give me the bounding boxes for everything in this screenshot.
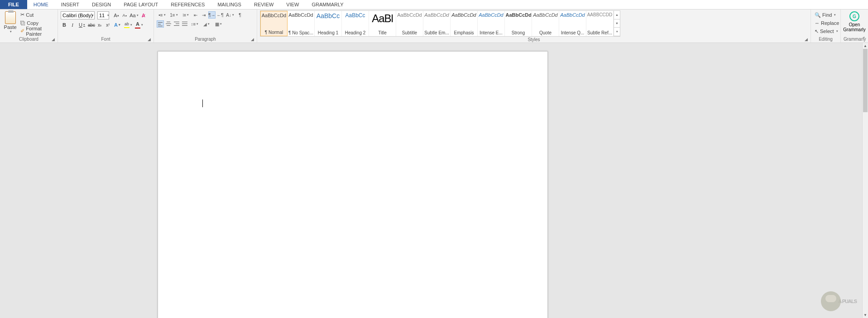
align-right-button[interactable] — [173, 20, 180, 28]
ltr-direction-button[interactable]: ¶→ — [208, 11, 216, 19]
format-painter-button[interactable]: ✐Format Painter — [19, 27, 55, 35]
style-label: ¶ No Spac... — [288, 30, 314, 35]
vertical-scrollbar[interactable]: ▲ ▼ — [862, 43, 868, 318]
scroll-down-button[interactable]: ▼ — [863, 312, 868, 318]
style-preview: AaBbCcDd — [261, 13, 287, 18]
grammarly-group-label: Grammarly — [844, 36, 865, 43]
style-intense-e---[interactable]: AaBbCcDdIntense E... — [478, 11, 505, 36]
document-page[interactable] — [158, 51, 548, 318]
borders-button[interactable]: ▦ — [213, 20, 224, 28]
style-subtle-em---[interactable]: AaBbCcDdSubtle Em... — [423, 11, 451, 36]
strikethrough-button[interactable]: abc — [88, 21, 95, 28]
style-preview: AaBbCcDd — [288, 12, 314, 18]
style-preview: AaBbCcDd — [479, 12, 504, 18]
scroll-up-button[interactable]: ▲ — [863, 43, 868, 49]
replace-button[interactable]: ↔Replace — [814, 19, 840, 27]
style-quote[interactable]: AaBbCcDdQuote — [532, 11, 559, 36]
group-paragraph: •≡ 1≡ ⁝≡ ⇤ ⇥ ¶→ ←¶ A↓ ¶ ↕≡ ◢ ▦ Paragraph… — [154, 9, 257, 43]
tab-review[interactable]: REVIEW — [248, 0, 280, 9]
decrease-indent-button[interactable]: ⇤ — [192, 11, 199, 19]
change-case-button[interactable]: Aa — [129, 12, 139, 19]
text-effects-button[interactable]: A — [112, 21, 122, 28]
select-button[interactable]: ↖Select — [814, 27, 839, 35]
style-title[interactable]: AaBlTitle — [369, 11, 396, 36]
tab-insert[interactable]: INSERT — [55, 0, 86, 9]
collapse-ribbon-button[interactable]: ˄ — [863, 36, 865, 41]
cut-button[interactable]: ✂Cut — [19, 11, 55, 19]
watermark-mascot-icon — [821, 291, 841, 311]
style-label: Heading 1 — [316, 30, 341, 35]
style-label: Strong — [506, 30, 531, 35]
tab-mailings[interactable]: MAILINGS — [211, 0, 248, 9]
style-heading-1[interactable]: AaBbCcHeading 1 — [315, 11, 342, 36]
line-spacing-button[interactable]: ↕≡ — [189, 20, 200, 28]
open-grammarly-button[interactable]: Open Grammarly — [840, 10, 868, 33]
highlight-color-swatch — [124, 27, 129, 28]
copy-label: Copy — [27, 20, 38, 26]
style-emphasis[interactable]: AaBbCcDdEmphasis — [451, 11, 478, 36]
tab-references[interactable]: REFERENCES — [164, 0, 211, 9]
highlight-button[interactable]: ab — [123, 21, 133, 28]
rtl-direction-button[interactable]: ←¶ — [216, 11, 224, 19]
paste-button[interactable]: Paste — [3, 10, 18, 33]
style-preview: AaBbCcDd — [424, 12, 450, 18]
style-strong[interactable]: AaBbCcDdStrong — [505, 11, 532, 36]
show-marks-button[interactable]: ¶ — [236, 11, 244, 19]
italic-button[interactable]: I — [69, 21, 76, 28]
multilevel-list-button[interactable]: ⁝≡ — [180, 11, 191, 19]
bold-button[interactable]: B — [61, 21, 68, 28]
paragraph-launcher[interactable]: ◢ — [251, 37, 255, 42]
clipboard-group-label: Clipboard — [3, 36, 55, 43]
scroll-thumb[interactable] — [863, 49, 868, 112]
find-button[interactable]: 🔍Find — [814, 11, 837, 19]
styles-gallery: AaBbCcDd¶ NormalAaBbCcDd¶ No Spac...AaBb… — [260, 10, 620, 37]
shading-button[interactable]: ◢ — [201, 20, 212, 28]
style---no-spac---[interactable]: AaBbCcDd¶ No Spac... — [288, 11, 315, 36]
clipboard-launcher[interactable]: ◢ — [52, 37, 56, 42]
tab-grammarly[interactable]: GRAMMARLY — [305, 0, 350, 9]
group-styles: AaBbCcDd¶ NormalAaBbCcDd¶ No Spac...AaBb… — [257, 9, 811, 43]
paragraph-group-label: Paragraph — [157, 36, 254, 43]
numbering-button[interactable]: 1≡ — [168, 11, 179, 19]
styles-row-up[interactable]: ▲ — [614, 11, 620, 19]
style-intense-q---[interactable]: AaBbCcDdIntense Q... — [559, 11, 586, 36]
tab-file[interactable]: FILE — [0, 0, 27, 9]
style-subtle-ref---[interactable]: AABBCCDDSubtle Ref... — [586, 11, 614, 36]
style---normal[interactable]: AaBbCcDd¶ Normal — [260, 11, 288, 36]
cursor-arrow-icon: ↖ — [815, 28, 819, 34]
subscript-button[interactable]: x — [96, 21, 103, 28]
tab-page-layout[interactable]: PAGE LAYOUT — [117, 0, 164, 9]
align-left-button[interactable] — [157, 20, 164, 28]
styles-row-down[interactable]: ▼ — [614, 19, 620, 28]
font-name-dropdown[interactable]: ▾ — [89, 12, 96, 19]
styles-launcher[interactable]: ◢ — [805, 37, 809, 42]
style-subtitle[interactable]: AaBbCcDdSubtitle — [396, 11, 423, 36]
font-launcher[interactable]: ◢ — [148, 37, 152, 42]
grammarly-icon — [849, 11, 859, 21]
bullets-button[interactable]: •≡ — [157, 11, 168, 19]
ribbon-tabs: FILE HOME INSERT DESIGN PAGE LAYOUT REFE… — [0, 0, 868, 9]
align-justify-button[interactable] — [181, 20, 188, 28]
font-color-button[interactable]: A — [134, 21, 144, 28]
style-preview: AaBbCcDd — [533, 12, 558, 18]
sort-button[interactable]: A↓ — [225, 11, 235, 19]
increase-indent-button[interactable]: ⇥ — [200, 11, 207, 19]
shrink-font-button[interactable]: A▾ — [121, 12, 128, 19]
style-label: ¶ Normal — [261, 30, 287, 35]
tab-home[interactable]: HOME — [27, 0, 55, 9]
style-preview: AaBbCcDd — [451, 12, 477, 18]
underline-button[interactable]: U — [77, 21, 87, 28]
font-size-dropdown[interactable]: ▾ — [105, 12, 112, 19]
grow-font-button[interactable]: A▴ — [113, 12, 120, 19]
tab-design[interactable]: DESIGN — [86, 0, 117, 9]
clear-formatting-button[interactable]: A̷ — [140, 12, 147, 19]
style-label: Emphasis — [451, 30, 477, 35]
superscript-button[interactable]: x — [104, 21, 111, 28]
align-center-button[interactable] — [165, 20, 172, 28]
paste-label: Paste — [4, 24, 17, 30]
styles-more[interactable]: ▾ — [614, 28, 620, 36]
style-heading-2[interactable]: AaBbCcHeading 2 — [342, 11, 369, 36]
replace-label: Replace — [821, 20, 839, 26]
tab-view[interactable]: VIEW — [280, 0, 305, 9]
style-label: Intense Q... — [560, 30, 585, 35]
